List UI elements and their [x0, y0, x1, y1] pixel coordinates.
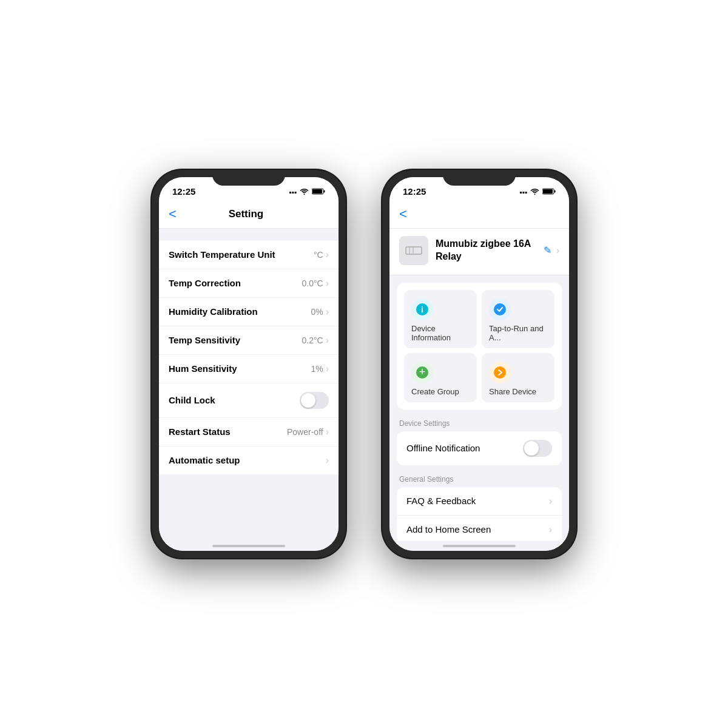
- row-temp-correction-value: 0.0°C: [302, 278, 323, 288]
- row-restart-status[interactable]: Restart Status Power-off ›: [159, 418, 339, 447]
- phone-2: 12:25 ▪▪▪ <: [382, 170, 576, 558]
- row-faq-feedback[interactable]: FAQ & Feedback ›: [397, 487, 562, 516]
- quick-actions-grid: i Device Information Tap-to-Run and: [397, 283, 562, 410]
- status-icons-1: ▪▪▪: [289, 188, 325, 197]
- row-humidity-cal[interactable]: Humidity Calibration 0% ›: [159, 298, 339, 326]
- add-home-right: ›: [549, 524, 552, 535]
- row-restart-status-label: Restart Status: [169, 426, 231, 437]
- edit-icon[interactable]: ✎: [544, 244, 551, 256]
- create-group-icon: +: [411, 362, 433, 383]
- svg-point-16: [494, 366, 506, 379]
- chevron-humidity-cal: ›: [326, 306, 329, 317]
- tap-to-run-icon: [489, 298, 511, 320]
- faq-feedback-label: FAQ & Feedback: [406, 496, 476, 506]
- signal-icon-1: ▪▪▪: [289, 188, 297, 197]
- row-switch-temp-label: Switch Temperature Unit: [169, 249, 275, 260]
- row-hum-sensitivity-label: Hum Sensitivity: [169, 363, 237, 374]
- device-header: Mumubiz zigbee 16A Relay ✎ ›: [389, 229, 569, 275]
- battery-icon-1: [312, 188, 325, 197]
- row-hum-sensitivity-value: 1%: [311, 364, 323, 374]
- back-button-1[interactable]: <: [169, 207, 177, 221]
- notch-2: [443, 170, 516, 186]
- settings-scroll: Switch Temperature Unit °C › Temp Correc…: [159, 229, 339, 541]
- row-hum-sensitivity-right: 1% ›: [311, 363, 329, 374]
- chevron-temp-correction: ›: [326, 278, 329, 289]
- qa-share-device-label: Share Device: [489, 387, 536, 396]
- device-info-icon: i: [411, 298, 433, 320]
- row-restart-status-value: Power-off: [287, 427, 323, 437]
- device-settings-section: Offline Notification: [397, 431, 562, 465]
- chevron-restart-status: ›: [326, 426, 329, 437]
- svg-rect-8: [406, 247, 422, 254]
- chevron-faq: ›: [549, 496, 552, 507]
- add-home-screen-label: Add to Home Screen: [406, 524, 491, 534]
- row-humidity-cal-label: Humidity Calibration: [169, 306, 258, 317]
- phone-1: 12:25 ▪▪▪ < Setting: [152, 170, 346, 558]
- svg-point-4: [534, 194, 536, 195]
- status-time-1: 12:25: [172, 186, 195, 197]
- child-lock-toggle[interactable]: [300, 392, 329, 409]
- general-settings-section: FAQ & Feedback › Add to Home Screen › De…: [397, 487, 562, 541]
- qa-device-info-label: Device Information: [411, 324, 470, 342]
- battery-icon-2: [542, 188, 556, 197]
- row-humidity-cal-value: 0%: [311, 307, 323, 317]
- chevron-switch-temp: ›: [326, 249, 329, 260]
- row-temp-sensitivity[interactable]: Temp Sensitivity 0.2°C ›: [159, 326, 339, 355]
- device-settings-header: Device Settings: [389, 410, 569, 431]
- nav-bar-1: < Setting: [159, 200, 339, 229]
- row-child-lock-label: Child Lock: [169, 395, 215, 405]
- row-temp-sensitivity-value: 0.2°C: [302, 335, 323, 345]
- row-automatic-setup-right: ›: [326, 455, 329, 466]
- nav-title-1: Setting: [181, 208, 311, 220]
- home-bar-1: [212, 545, 285, 547]
- wifi-icon-1: [300, 188, 309, 197]
- svg-point-13: [494, 303, 506, 315]
- row-temp-correction-label: Temp Correction: [169, 278, 241, 288]
- row-temp-correction[interactable]: Temp Correction 0.0°C ›: [159, 269, 339, 298]
- general-settings-header: General Settings: [389, 465, 569, 487]
- qa-tap-to-run-label: Tap-to-Run and A...: [489, 324, 547, 342]
- faq-feedback-right: ›: [549, 496, 552, 507]
- nav-bar-2: <: [389, 200, 569, 229]
- row-hum-sensitivity[interactable]: Hum Sensitivity 1% ›: [159, 355, 339, 383]
- svg-rect-2: [324, 190, 325, 192]
- home-bar-2: [443, 545, 516, 547]
- chevron-add-home: ›: [549, 524, 552, 535]
- qa-device-information[interactable]: i Device Information: [404, 290, 477, 348]
- device-chevron: ›: [556, 245, 559, 256]
- row-switch-temp[interactable]: Switch Temperature Unit °C ›: [159, 241, 339, 269]
- svg-text:i: i: [421, 305, 423, 314]
- qa-tap-to-run[interactable]: Tap-to-Run and A...: [482, 290, 554, 348]
- device-header-actions: ✎ ›: [544, 244, 559, 256]
- device-name-text: Mumubiz zigbee 16A Relay: [436, 238, 536, 263]
- home-indicator-1: [159, 541, 339, 551]
- home-indicator-2: [389, 541, 569, 551]
- row-humidity-cal-right: 0% ›: [311, 306, 329, 317]
- signal-icon-2: ▪▪▪: [519, 188, 527, 197]
- offline-notification-toggle[interactable]: [523, 440, 552, 457]
- share-device-icon: [489, 362, 511, 383]
- qa-create-group[interactable]: + Create Group: [404, 353, 477, 402]
- wifi-icon-2: [530, 188, 539, 197]
- svg-rect-6: [554, 190, 556, 192]
- chevron-automatic-setup: ›: [326, 455, 329, 466]
- status-time-2: 12:25: [403, 186, 426, 197]
- svg-point-0: [304, 194, 305, 195]
- row-offline-notification: Offline Notification: [397, 431, 562, 465]
- row-temp-correction-right: 0.0°C ›: [302, 278, 329, 289]
- row-temp-sensitivity-label: Temp Sensitivity: [169, 335, 240, 345]
- row-automatic-setup[interactable]: Automatic setup ›: [159, 447, 339, 474]
- status-icons-2: ▪▪▪: [519, 188, 556, 197]
- svg-rect-3: [312, 189, 322, 194]
- row-restart-status-right: Power-off ›: [287, 426, 329, 437]
- qa-share-device[interactable]: Share Device: [482, 353, 554, 402]
- back-button-2[interactable]: <: [399, 207, 407, 221]
- device-detail-scroll: Mumubiz zigbee 16A Relay ✎ › i: [389, 229, 569, 541]
- row-switch-temp-value: °C: [314, 250, 323, 260]
- row-temp-sensitivity-right: 0.2°C ›: [302, 335, 329, 346]
- settings-section-1: Switch Temperature Unit °C › Temp Correc…: [159, 241, 339, 474]
- row-switch-temp-right: °C ›: [314, 249, 329, 260]
- svg-text:+: +: [419, 366, 426, 378]
- notch-1: [212, 170, 285, 186]
- row-add-home-screen[interactable]: Add to Home Screen ›: [397, 516, 562, 541]
